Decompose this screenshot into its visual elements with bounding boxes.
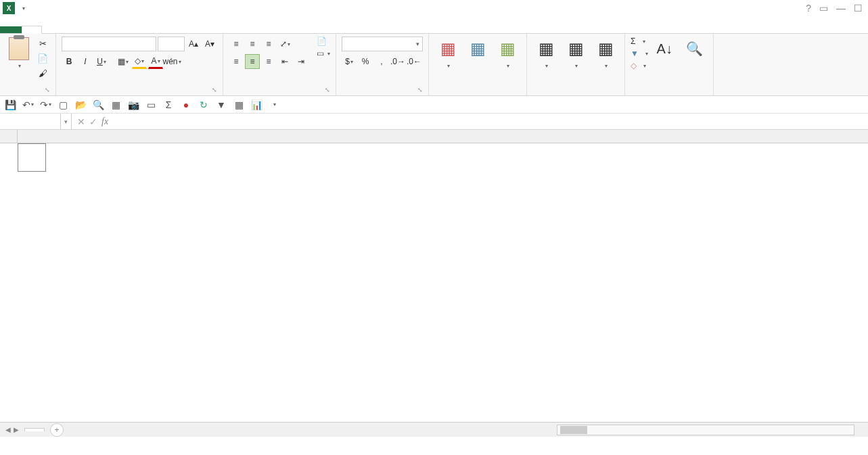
new-sheet-button[interactable]: + [50, 423, 64, 437]
increase-font-button[interactable]: A▴ [186, 37, 201, 51]
insert-cells-button[interactable]: ▦▾ [532, 37, 559, 71]
align-top-button[interactable]: ≡ [229, 37, 244, 51]
sheet-nav-first[interactable]: ◀ [5, 426, 11, 433]
number-format-combo[interactable] [342, 37, 423, 51]
format-cells-button[interactable]: ▦▾ [592, 37, 619, 71]
worksheet-grid[interactable] [0, 130, 868, 422]
new-button[interactable]: ▢ [57, 99, 69, 111]
number-launcher[interactable]: ⤡ [417, 87, 423, 93]
wrap-text-button[interactable]: 📄 [317, 37, 330, 46]
camera-button[interactable]: 📷 [127, 99, 139, 111]
autosum-button[interactable]: Σ ▾ [631, 37, 648, 46]
pivot-button[interactable]: ▦ [233, 99, 245, 111]
cancel-formula-button[interactable]: ✕ [77, 116, 85, 127]
find-select-button[interactable]: 🔍 [681, 37, 708, 62]
sort-filter-button[interactable]: A↓ [651, 37, 678, 62]
minimize-button[interactable]: — [836, 3, 846, 14]
form-button[interactable]: ▭ [145, 99, 157, 111]
increase-indent-button[interactable]: ⇥ [294, 54, 309, 69]
decrease-indent-button[interactable]: ⇤ [277, 54, 292, 69]
filter-button[interactable]: ▼ [215, 99, 227, 111]
comma-style-button[interactable]: , [374, 54, 389, 69]
tab-formulas[interactable] [80, 26, 99, 33]
group-font: A▴ A▾ B I U▾ ▦▾ ◇▾ A▾ wén▾ ⤡ [56, 34, 223, 95]
align-left-button[interactable]: ≡ [229, 54, 244, 69]
tab-beautify[interactable] [156, 26, 175, 33]
font-name-combo[interactable] [62, 37, 156, 51]
align-bottom-button[interactable]: ≡ [261, 37, 276, 51]
underline-button[interactable]: U▾ [94, 54, 109, 69]
sheet-nav-last[interactable]: ▶ [14, 426, 19, 433]
format-as-table-button[interactable]: ▦ [464, 37, 491, 62]
ribbon-display-options[interactable]: ▭ [819, 3, 828, 14]
delete-cells-button[interactable]: ▦▾ [562, 37, 589, 71]
textbox-shape[interactable] [18, 143, 46, 172]
clipboard-icon [9, 37, 29, 60]
group-styles: ▦▾ ▦ ▦▾ [429, 34, 527, 95]
select-all-corner[interactable] [0, 130, 18, 143]
percent-button[interactable]: % [358, 54, 373, 69]
name-box-dropdown[interactable]: ▾ [61, 114, 72, 129]
undo-button[interactable]: ↶▾ [22, 99, 34, 111]
align-middle-button[interactable]: ≡ [245, 37, 260, 51]
enter-formula-button[interactable]: ✓ [89, 116, 97, 127]
table-button[interactable]: ▦ [110, 99, 122, 111]
tab-developer[interactable] [175, 26, 193, 33]
chart-button[interactable]: 📊 [250, 99, 262, 111]
clipboard-launcher[interactable]: ⤡ [45, 87, 50, 93]
print-preview-button[interactable]: 🔍 [92, 99, 104, 111]
decrease-decimal-button[interactable]: .0← [407, 54, 421, 69]
name-box[interactable] [0, 114, 61, 129]
styles-group-label [434, 93, 521, 94]
save-button[interactable]: 💾 [4, 99, 16, 111]
insert-function-button[interactable]: fx [101, 116, 108, 127]
conditional-format-button[interactable]: ▦▾ [434, 37, 461, 71]
font-size-combo[interactable] [158, 37, 185, 51]
maximize-button[interactable]: ☐ [854, 3, 863, 14]
alignment-launcher[interactable]: ⤡ [325, 87, 330, 93]
sheet-tab[interactable] [24, 428, 45, 431]
refresh-button[interactable]: ↻ [198, 99, 210, 111]
group-alignment: ≡ ≡ ≡ ⤢▾ ≡ ≡ ≡ ⇤ ⇥ 📄 ▭▾ ⤡ [223, 34, 336, 95]
formula-input[interactable] [114, 114, 868, 129]
font-color-button[interactable]: A▾ [148, 54, 163, 69]
redo-button[interactable]: ↷▾ [39, 99, 51, 111]
font-launcher[interactable]: ⤡ [212, 87, 217, 93]
sum-button[interactable]: Σ [162, 99, 175, 111]
paste-button[interactable]: ▾ [5, 37, 32, 71]
bold-button[interactable]: B [62, 54, 76, 69]
help-button[interactable]: ? [806, 3, 811, 14]
tab-page-layout[interactable] [61, 26, 80, 33]
merge-center-button[interactable]: ▭▾ [317, 49, 330, 58]
clear-button[interactable]: ◇ ▾ [631, 61, 648, 70]
orientation-button[interactable]: ⤢▾ [277, 37, 292, 51]
fill-button[interactable]: ▼ ▾ [631, 49, 648, 58]
horizontal-scrollbar[interactable] [557, 425, 854, 435]
cut-button[interactable]: ✂ [35, 37, 50, 50]
tab-insert[interactable] [42, 26, 61, 33]
record-macro-button[interactable]: ● [180, 99, 192, 111]
tab-powerpivot[interactable] [193, 26, 212, 33]
tab-file[interactable] [0, 26, 22, 33]
qat-dropdown[interactable]: ▾ [18, 3, 28, 14]
tab-review[interactable] [118, 26, 137, 33]
italic-button[interactable]: I [78, 54, 93, 69]
phonetic-button[interactable]: wén▾ [164, 54, 179, 69]
sheet-tab-bar: ◀ ▶ + [0, 422, 868, 437]
increase-decimal-button[interactable]: .0→ [390, 54, 405, 69]
fill-color-button[interactable]: ◇▾ [132, 54, 147, 69]
copy-button[interactable]: 📄 [35, 51, 50, 65]
ribbon: ▾ ✂ 📄 🖌 ⤡ A▴ A▾ B I U▾ [0, 34, 868, 96]
border-button[interactable]: ▦▾ [116, 54, 131, 69]
align-right-button[interactable]: ≡ [261, 54, 276, 69]
decrease-font-button[interactable]: A▾ [202, 37, 217, 51]
tab-home[interactable] [22, 26, 42, 34]
cell-styles-button[interactable]: ▦▾ [494, 37, 521, 71]
tab-view[interactable] [137, 26, 156, 33]
align-center-button[interactable]: ≡ [245, 54, 260, 69]
tab-data[interactable] [99, 26, 118, 33]
accounting-format-button[interactable]: $▾ [342, 54, 357, 69]
qat-customize[interactable]: ▾ [268, 99, 280, 111]
open-button[interactable]: 📂 [74, 99, 87, 111]
format-painter-button[interactable]: 🖌 [35, 66, 50, 80]
